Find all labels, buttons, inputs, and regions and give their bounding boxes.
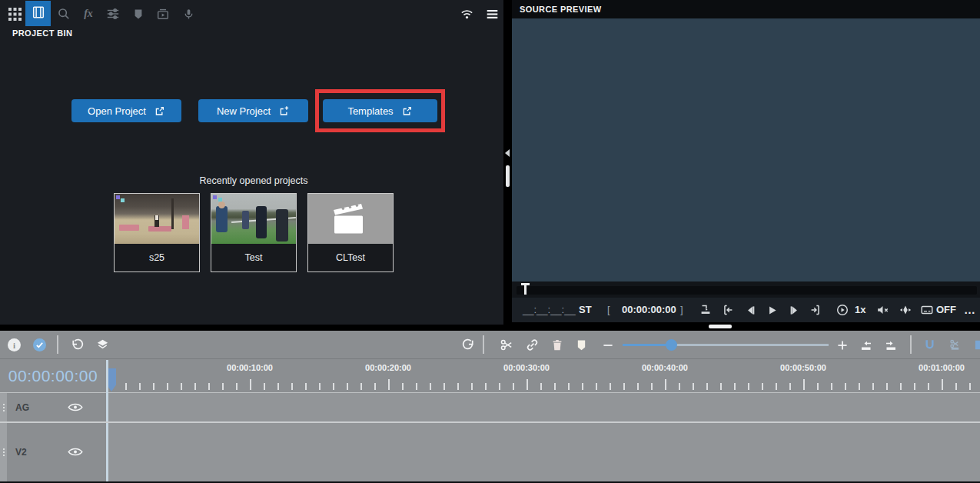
unlink-icon[interactable] <box>524 337 540 353</box>
captions-state-label[interactable]: OFF <box>936 298 956 322</box>
ruler-tick <box>167 383 168 390</box>
timeline-ruler[interactable]: 00:00:00:00 00:00:10:0000:00:20:0000:00:… <box>0 360 980 393</box>
marker-shield-icon[interactable] <box>130 5 147 22</box>
undo-icon[interactable] <box>69 337 85 353</box>
ruler-tick <box>153 383 154 390</box>
zoom-in-icon[interactable] <box>834 337 850 353</box>
ruler-scale[interactable]: 00:00:10:0000:00:20:0000:00:30:0000:00:4… <box>106 360 980 392</box>
insert-right-icon[interactable] <box>882 337 899 353</box>
edge-tool-icon[interactable] <box>973 337 980 353</box>
track-visibility-eye-icon[interactable] <box>68 401 83 414</box>
export-bin-icon[interactable] <box>154 5 171 22</box>
search-icon[interactable] <box>55 5 72 22</box>
track-content[interactable] <box>108 423 980 481</box>
overwrite-edit-icon[interactable] <box>698 302 713 318</box>
ruler-tick <box>928 383 929 390</box>
effects-icon[interactable]: fx <box>80 5 97 22</box>
splitter-drag-handle[interactable] <box>506 165 510 187</box>
toolbar-divider <box>483 335 484 354</box>
source-preview-viewer[interactable] <box>512 18 980 281</box>
step-back-icon[interactable] <box>742 302 758 318</box>
captions-icon[interactable] <box>919 302 935 318</box>
track-header: V2 <box>0 423 106 481</box>
ruler-tick <box>347 383 348 390</box>
step-forward-icon[interactable] <box>786 302 802 318</box>
project-bin-tab[interactable] <box>25 1 51 26</box>
project-thumbnail <box>211 194 296 244</box>
track-drag-handle[interactable] <box>0 423 7 481</box>
ruler-label: 00:00:20:00 <box>365 363 411 372</box>
menu-icon[interactable] <box>483 5 500 22</box>
history-restore-icon[interactable] <box>460 337 477 353</box>
ruler-tick <box>319 383 321 390</box>
more-options-icon[interactable]: … <box>964 298 975 322</box>
collapse-panel-arrow[interactable] <box>505 149 510 157</box>
ruler-label: 00:00:50:00 <box>780 363 826 372</box>
ruler-tick <box>651 383 653 390</box>
goto-mark-in-icon[interactable] <box>720 302 736 318</box>
timeline-zoom-slider[interactable] <box>623 344 829 346</box>
select-check-icon[interactable] <box>32 337 48 353</box>
info-icon[interactable]: i <box>6 337 22 353</box>
scrubber-track[interactable] <box>517 286 977 295</box>
layers-icon[interactable] <box>95 337 111 353</box>
ruler-tick <box>374 383 376 390</box>
ruler-label: 00:01:00:00 <box>919 363 965 372</box>
adjust-sliders-icon[interactable] <box>105 5 121 22</box>
snap-magnet-icon[interactable] <box>922 337 938 353</box>
play-icon[interactable] <box>764 302 779 318</box>
track-drag-handle[interactable] <box>0 393 7 421</box>
cut-scissors-icon[interactable] <box>499 337 515 353</box>
open-project-button[interactable]: Open Project <box>71 99 181 122</box>
playback-speed-icon[interactable] <box>835 302 850 318</box>
ruler-tick <box>139 383 141 390</box>
timeline-toolbar: i <box>0 331 980 359</box>
ruler-tick <box>250 379 251 390</box>
razor-tool-icon[interactable] <box>947 337 963 353</box>
zoom-out-icon[interactable] <box>600 337 616 353</box>
st-label: ST <box>579 298 592 322</box>
ruler-tick <box>886 383 888 390</box>
ruler-tick <box>803 379 805 390</box>
ruler-tick <box>457 383 459 390</box>
apps-grid-icon[interactable] <box>6 5 23 22</box>
recent-project-card[interactable]: CLTest <box>307 193 394 272</box>
track-visibility-eye-icon[interactable] <box>68 446 83 458</box>
timeline-splitter-handle[interactable] <box>709 325 732 328</box>
ruler-tick <box>222 383 224 390</box>
ruler-tick <box>872 383 874 390</box>
open-project-label: Open Project <box>88 105 146 117</box>
templates-button[interactable]: Templates <box>323 99 437 122</box>
delete-trash-icon[interactable] <box>549 337 565 353</box>
marker-flag-icon[interactable] <box>573 337 590 353</box>
audio-scrub-icon[interactable] <box>898 302 913 318</box>
preview-current-timecode: 00:00:00:00 <box>622 298 676 322</box>
ruler-tick <box>499 383 500 390</box>
preview-scrubber[interactable] <box>512 281 980 298</box>
ruler-tick <box>831 383 832 390</box>
wifi-icon[interactable] <box>458 5 475 22</box>
ruler-tick <box>637 383 639 390</box>
ruler-tick <box>748 383 749 390</box>
track-name: AG <box>15 402 29 413</box>
new-project-button[interactable]: New Project <box>198 99 308 122</box>
recent-project-card[interactable]: Test <box>211 193 297 272</box>
zoom-slider-knob[interactable] <box>666 339 677 351</box>
ruler-tick <box>125 383 127 390</box>
track-content[interactable] <box>108 393 980 421</box>
ruler-tick <box>679 383 680 390</box>
ruler-tick <box>817 383 819 390</box>
scrubber-playhead[interactable] <box>521 283 530 295</box>
speed-value-label[interactable]: 1x <box>855 298 865 322</box>
timeline-current-timecode: 00:00:00:00 <box>0 360 106 392</box>
ruler-tick <box>430 383 431 390</box>
ruler-tick <box>540 383 542 390</box>
microphone-icon[interactable] <box>180 5 197 22</box>
ruler-tick <box>264 383 265 390</box>
mute-icon[interactable] <box>875 302 890 318</box>
ruler-tick <box>471 383 473 390</box>
recent-project-card[interactable]: s25 <box>114 193 200 272</box>
insert-left-icon[interactable] <box>858 337 874 353</box>
goto-mark-out-icon[interactable] <box>808 302 823 318</box>
source-timecode-placeholder: __:__:__:__ <box>523 298 576 322</box>
